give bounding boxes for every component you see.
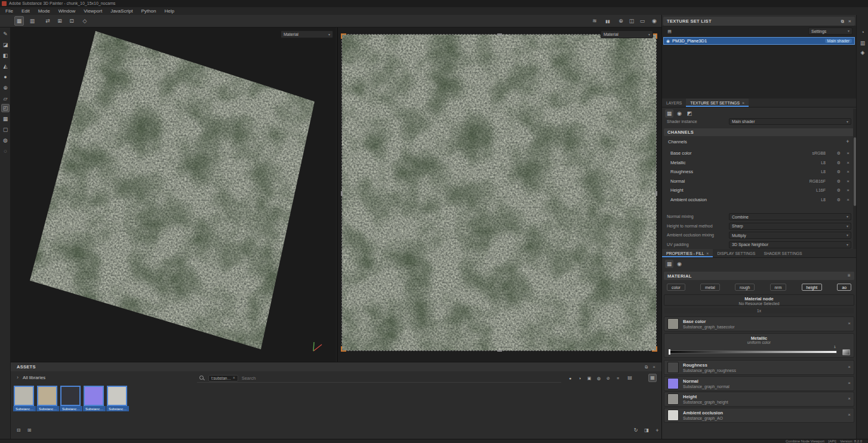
channel-remove-icon[interactable]: × [847,198,849,202]
slot-remove-icon[interactable]: × [848,381,851,386]
material-picker-tool-icon[interactable]: ▱ [1,94,10,103]
wireframe-toggle-icon[interactable]: ≋ [590,16,599,26]
smudge-tool-icon[interactable]: ● [1,73,10,81]
asset-item[interactable]: Substanc… [106,386,129,412]
projection-tool-icon[interactable]: ◧ [1,51,10,60]
search-placeholder[interactable]: Search [242,376,256,381]
slot-remove-icon[interactable]: × [848,321,851,326]
material-scale-bar[interactable]: 1x [664,308,854,313]
menu-mode[interactable]: Mode [34,7,54,15]
channel-remove-icon[interactable]: × [847,188,849,193]
undock-panel-icon[interactable]: ⧉ [841,19,844,23]
add-asset-icon[interactable]: + [653,426,661,435]
uv-edge-handle[interactable] [497,350,502,352]
option-dropdown[interactable]: Multiply ▾ [729,232,851,239]
menu-viewport[interactable]: Viewport [79,7,106,15]
viewport-2d[interactable]: Material ▾ [337,27,661,362]
slot-metallic[interactable]: Metallic uniform color 1 [664,333,854,358]
viewport-settings-icon[interactable]: ◇ [80,16,90,26]
channel-gear-icon[interactable]: ⚙ [837,188,841,192]
properties-view-material-icon[interactable]: ◉ [675,260,684,268]
swap-views-icon[interactable]: ⇄ [43,16,53,26]
add-channel-icon[interactable]: + [844,138,851,145]
slot-roughness[interactable]: Roughness Substance_graph_roughness × [664,360,854,375]
asset-thumbnail[interactable] [37,386,57,406]
mesh-3d-plane[interactable] [11,27,336,362]
channel-button-nrm[interactable]: nrm [770,284,787,291]
close-tab-icon[interactable]: × [706,251,709,256]
uv-edge-handle[interactable] [655,191,657,196]
viewport3d-mode-dropdown[interactable]: Material ▾ [281,30,333,38]
filter-sets-icon[interactable]: ▤ [666,27,673,35]
menu-python[interactable]: Python [137,7,161,15]
asset-item[interactable]: Substanc… [13,386,36,412]
camera-icon[interactable]: ▭ [638,16,647,26]
channel-format-dropdown[interactable]: L16F [816,188,826,192]
tab-layers[interactable]: LAYERS [662,99,686,107]
filter-materials-icon[interactable]: ◑ [575,374,584,382]
close-panel-icon[interactable]: × [848,19,851,24]
remove-filter-icon[interactable]: × [233,376,235,380]
texture-2d-canvas[interactable] [342,35,656,350]
channel-remove-icon[interactable]: × [847,170,849,174]
channel-format-dropdown[interactable]: L8 [821,198,826,202]
filter-menu-icon[interactable]: ≡ [614,374,622,382]
metallic-color-picker[interactable] [842,349,850,355]
assets-search-bar[interactable]: t:substan… × Search [197,374,561,383]
uv-edge-handle[interactable] [497,33,502,35]
uv-corner-handle[interactable] [341,33,346,39]
channel-button-ao[interactable]: ao [837,284,851,291]
base-color-thumbnail[interactable] [667,318,679,330]
slot-base-color[interactable]: Base color Substance_graph_basecolor × [664,316,854,331]
channel-format-dropdown[interactable]: L8 [821,161,826,165]
all-libraries-dropdown[interactable]: All libraries [23,375,45,380]
settings-view-material-icon[interactable]: ◉ [675,109,684,118]
menu-javascript[interactable]: JavaScript [106,7,137,15]
option-dropdown[interactable]: Sharp ▾ [729,223,851,230]
filter-brushes-icon[interactable]: ⊘ [604,374,612,382]
asset-item[interactable]: Substanc… [36,386,59,412]
slot-remove-icon[interactable]: × [848,396,851,401]
baking-panel-icon[interactable]: ▦ [1,115,10,123]
channel-remove-icon[interactable]: × [847,151,849,156]
asset-item[interactable]: Substanc… [60,386,82,412]
pause-engine-icon[interactable]: ▮▮ [603,16,612,26]
display-settings-icon[interactable]: ◉ [650,16,659,26]
channel-gear-icon[interactable]: ⚙ [837,198,841,202]
polygon-fill-tool-icon[interactable]: ◭ [1,62,10,70]
texture-set-settings-dropdown[interactable]: Settings ▾ [808,27,852,35]
filter-all-icon[interactable]: ● [566,374,574,382]
channel-remove-icon[interactable]: × [847,161,849,165]
uv-corner-handle[interactable] [341,346,346,352]
eraser-tool-icon[interactable]: ◪ [1,41,10,49]
ao-thumbnail[interactable] [667,410,679,421]
slot-remove-icon[interactable]: × [848,365,851,370]
roughness-thumbnail[interactable] [667,362,679,373]
resources-panel-icon[interactable]: ◍ [1,136,10,144]
shelf-panel-toggle-icon[interactable]: ◈ [858,48,867,57]
channel-format-dropdown[interactable]: RGB16F [809,179,826,183]
import-resources-icon[interactable]: ⊟ [14,426,23,435]
section-menu-icon[interactable]: ≡ [848,273,851,278]
filter-textures-icon[interactable]: ▣ [585,374,593,382]
uv-corner-handle[interactable] [652,346,657,352]
expand-view-icon[interactable]: ⊞ [55,16,64,26]
slot-ambient-occlusion[interactable]: Ambient occlusion Substance_graph_AO × [664,408,854,423]
paint-tool-icon[interactable]: ✎ [1,30,10,38]
texture-set-row[interactable]: ◉ PM3D_Plane3D1 Main shader [663,37,855,45]
menu-edit[interactable]: Edit [17,7,34,15]
slot-normal[interactable]: Normal Substance_graph_normal × [664,376,854,391]
projection-settings-icon[interactable]: ◫ [627,16,636,26]
viewport2d-mode-dropdown[interactable]: Material ▾ [601,30,653,38]
tab-shader-settings[interactable]: SHADER SETTINGS [759,249,806,257]
normal-thumbnail[interactable] [667,378,679,389]
filter-alphas-icon[interactable]: ◍ [595,374,603,382]
settings-view-grid-icon[interactable]: ▦ [665,109,673,118]
display-panel-toggle-icon[interactable]: ▥ [858,39,867,47]
frame-view-icon[interactable]: ⊡ [67,16,76,26]
asset-thumbnail[interactable] [14,386,34,406]
channel-button-metal[interactable]: metal [700,284,720,291]
panel-scrollbar-thumb[interactable] [854,137,856,206]
menu-help[interactable]: Help [160,7,178,15]
tab-texture-set-settings[interactable]: TEXTURE SET SETTINGS × [686,99,749,107]
